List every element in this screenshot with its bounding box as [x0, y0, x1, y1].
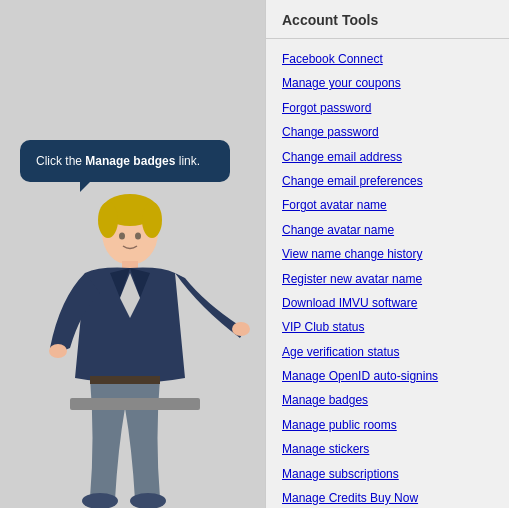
menu-item-change-password[interactable]: Change password	[266, 120, 509, 144]
menu-item-manage-subscriptions[interactable]: Manage subscriptions	[266, 462, 509, 486]
menu-item-change-avatar-name[interactable]: Change avatar name	[266, 218, 509, 242]
menu-item-change-email-preferences[interactable]: Change email preferences	[266, 169, 509, 193]
bubble-text-after: link.	[175, 154, 200, 168]
svg-rect-12	[70, 398, 200, 410]
menu-item-manage-credits-buy-now[interactable]: Manage Credits Buy Now	[266, 486, 509, 508]
menu-item-manage-public-rooms[interactable]: Manage public rooms	[266, 413, 509, 437]
speech-bubble: Click the Manage badges link.	[20, 140, 230, 182]
menu-item-vip-club-status[interactable]: VIP Club status	[266, 315, 509, 339]
menu-item-facebook-connect[interactable]: Facebook Connect	[266, 47, 509, 71]
svg-rect-11	[90, 376, 160, 384]
svg-point-2	[98, 202, 118, 238]
svg-point-7	[49, 344, 67, 358]
svg-point-5	[135, 233, 141, 240]
menu-item-manage-badges[interactable]: Manage badges	[266, 388, 509, 412]
svg-point-4	[119, 233, 125, 240]
menu-list: Facebook ConnectManage your couponsForgo…	[266, 47, 509, 508]
menu-item-manage-openid-auto-signins[interactable]: Manage OpenID auto-signins	[266, 364, 509, 388]
account-tools-panel: Account Tools Facebook ConnectManage you…	[265, 0, 509, 508]
menu-item-register-new-avatar-name[interactable]: Register new avatar name	[266, 267, 509, 291]
menu-item-manage-coupons[interactable]: Manage your coupons	[266, 71, 509, 95]
menu-item-change-email-address[interactable]: Change email address	[266, 145, 509, 169]
avatar	[0, 58, 265, 508]
left-panel: Click the Manage badges link.	[0, 0, 265, 508]
menu-item-forgot-avatar-name[interactable]: Forgot avatar name	[266, 193, 509, 217]
svg-point-8	[232, 322, 250, 336]
menu-item-view-name-change-history[interactable]: View name change history	[266, 242, 509, 266]
bubble-text-before: Click the	[36, 154, 85, 168]
bubble-bold-text: Manage badges	[85, 154, 175, 168]
account-tools-title: Account Tools	[266, 12, 509, 39]
menu-item-forgot-password[interactable]: Forgot password	[266, 96, 509, 120]
menu-item-download-imvu-software[interactable]: Download IMVU software	[266, 291, 509, 315]
menu-item-manage-stickers[interactable]: Manage stickers	[266, 437, 509, 461]
menu-item-age-verification-status[interactable]: Age verification status	[266, 340, 509, 364]
svg-point-3	[142, 202, 162, 238]
